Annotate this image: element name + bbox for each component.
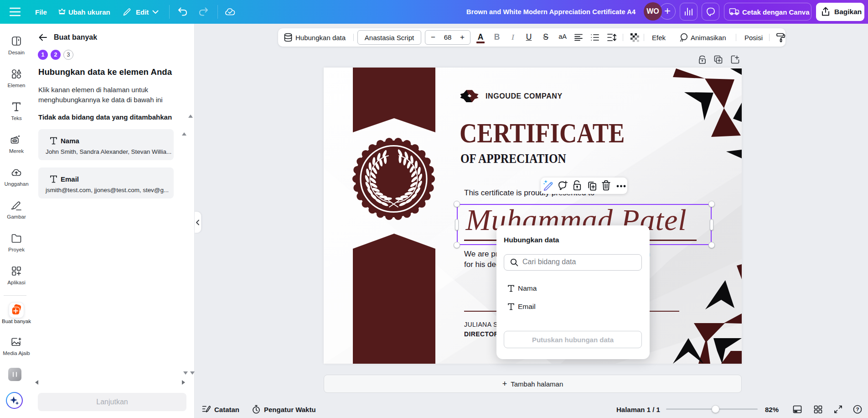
svg-text:co: co <box>14 140 16 142</box>
svg-text:?: ? <box>856 407 859 412</box>
